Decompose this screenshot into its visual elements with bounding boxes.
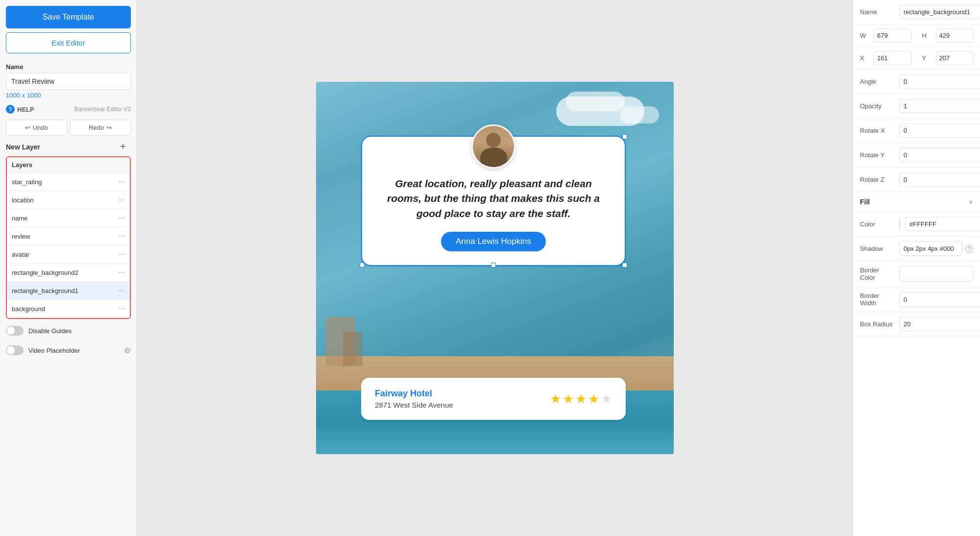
- prop-box-radius-input[interactable]: [899, 317, 980, 331]
- layer-options-rect-bg2[interactable]: ···: [119, 268, 125, 277]
- prop-border-width-label: Border Width: [860, 292, 894, 307]
- prop-color-input[interactable]: [905, 217, 980, 231]
- building-left2: [343, 332, 363, 366]
- fill-chevron-icon: ∨: [969, 198, 973, 205]
- prop-name-label: Name: [860, 8, 894, 16]
- disable-guides-label: Disable Guides: [28, 327, 72, 335]
- prop-opacity-label: Opacity: [860, 102, 894, 110]
- editor-version: Bannerbear Editor V3: [74, 106, 131, 113]
- canvas-container: Great location, really pleasant and clea…: [316, 82, 674, 454]
- layer-options-avatar[interactable]: ···: [119, 250, 125, 259]
- prop-shadow-input[interactable]: [899, 242, 962, 256]
- fill-section-header[interactable]: Fill ∨: [853, 192, 980, 212]
- layer-item-star-rating[interactable]: star_rating ···: [7, 173, 130, 191]
- hotel-card[interactable]: Fairway Hotel 2871 West Side Avenue ★ ★ …: [361, 378, 626, 420]
- prop-y-label: Y: [922, 54, 933, 62]
- prop-border-width-row: Border Width: [853, 287, 980, 312]
- fill-label: Fill: [860, 198, 870, 206]
- help-label: HELP: [17, 106, 34, 113]
- travel-background: Great location, really pleasant and clea…: [316, 82, 674, 454]
- star-5: ★: [601, 391, 612, 407]
- layer-options-star-rating[interactable]: ···: [119, 177, 125, 186]
- prop-x-input[interactable]: [874, 51, 911, 65]
- star-2: ★: [563, 391, 574, 407]
- selection-handle-top-right[interactable]: [622, 134, 627, 139]
- layer-item-location[interactable]: location ···: [7, 191, 130, 209]
- add-layer-icon[interactable]: +: [120, 142, 131, 152]
- layer-options-rect-bg1[interactable]: ···: [119, 286, 125, 295]
- shadow-help-icon[interactable]: ?: [965, 245, 973, 253]
- video-placeholder-settings-icon[interactable]: ⚙: [124, 346, 131, 355]
- disable-guides-row: Disable Guides: [6, 323, 131, 339]
- star-rating: ★ ★ ★ ★ ★: [550, 391, 612, 407]
- prop-rotate-x-row: Rotate X: [853, 119, 980, 143]
- review-card[interactable]: Great location, really pleasant and clea…: [361, 136, 626, 266]
- main-canvas: Great location, really pleasant and clea…: [137, 0, 853, 536]
- prop-h-input[interactable]: [936, 28, 974, 43]
- prop-name-input[interactable]: [899, 5, 980, 19]
- layer-item-background[interactable]: background ···: [7, 300, 130, 318]
- layer-name-star-rating: star_rating: [12, 178, 42, 186]
- help-button[interactable]: ? HELP: [6, 105, 34, 114]
- dimension-link[interactable]: 1000 x 1000: [6, 92, 131, 99]
- layer-item-rect-bg2[interactable]: rectangle_background2 ···: [7, 264, 130, 282]
- prop-color-row: Color: [853, 212, 980, 237]
- prop-border-color-row: Border Color: [853, 261, 980, 287]
- prop-rotate-y-input[interactable]: [899, 148, 980, 162]
- prop-opacity-input[interactable]: [899, 99, 980, 113]
- layer-name-rect-bg1: rectangle_background1: [12, 287, 78, 294]
- prop-shadow-row: Shadow ?: [853, 237, 980, 261]
- prop-xy-row: X Y: [853, 47, 980, 70]
- layer-item-rect-bg1[interactable]: rectangle_background1 ···: [7, 282, 130, 300]
- undo-redo-row: ↩ Undo Redo ↪: [6, 120, 131, 136]
- video-placeholder-toggle[interactable]: [6, 345, 24, 355]
- layer-item-avatar[interactable]: avatar ···: [7, 245, 130, 264]
- prop-rotate-z-input[interactable]: [899, 172, 980, 187]
- prop-w-input[interactable]: [874, 28, 911, 43]
- star-1: ★: [550, 391, 561, 407]
- reviewer-name-pill[interactable]: Anna Lewis Hopkins: [441, 232, 546, 251]
- prop-name-row: Name: [853, 0, 980, 24]
- layer-options-background[interactable]: ···: [119, 304, 125, 313]
- prop-angle-input[interactable]: [899, 74, 980, 89]
- selection-handle-bottom-left[interactable]: [360, 263, 365, 268]
- redo-button[interactable]: Redo ↪: [70, 120, 131, 136]
- layer-item-review[interactable]: review ···: [7, 227, 130, 245]
- prop-border-width-input[interactable]: [899, 292, 980, 307]
- prop-rotate-y-row: Rotate Y: [853, 143, 980, 168]
- exit-editor-button[interactable]: Exit Editor: [6, 32, 131, 53]
- new-layer-label: New Layer: [6, 143, 40, 151]
- prop-box-radius-row: Box Radius: [853, 312, 980, 337]
- star-3: ★: [575, 391, 587, 407]
- redo-label: Redo: [89, 124, 104, 131]
- hotel-address: 2871 West Side Avenue: [375, 401, 453, 409]
- save-template-button[interactable]: Save Template: [6, 6, 131, 28]
- undo-button[interactable]: ↩ Undo: [6, 120, 67, 136]
- layer-options-name[interactable]: ···: [119, 214, 125, 222]
- prop-color-label: Color: [860, 220, 894, 228]
- prop-h-label: H: [922, 32, 933, 39]
- prop-rotate-z-row: Rotate Z: [853, 168, 980, 192]
- undo-label: Undo: [33, 124, 48, 131]
- layer-item-name[interactable]: name ···: [7, 209, 130, 227]
- layer-name-review: review: [12, 233, 30, 240]
- template-name-input[interactable]: [6, 73, 131, 90]
- layer-options-review[interactable]: ···: [119, 232, 125, 241]
- selection-handle-bottom-right[interactable]: [622, 263, 627, 268]
- layer-name-name: name: [12, 215, 28, 222]
- prop-rotate-x-input[interactable]: [899, 123, 980, 138]
- hotel-info: Fairway Hotel 2871 West Side Avenue: [375, 389, 453, 409]
- name-label: Name: [6, 63, 131, 71]
- disable-guides-toggle[interactable]: [6, 326, 24, 336]
- prop-shadow-label: Shadow: [860, 245, 894, 252]
- prop-border-color-input[interactable]: [899, 266, 973, 282]
- layer-options-location[interactable]: ···: [119, 195, 125, 204]
- prop-y-input[interactable]: [936, 51, 974, 65]
- video-placeholder-label: Video Placeholder: [28, 347, 80, 354]
- layer-name-avatar: avatar: [12, 251, 29, 258]
- undo-arrow-icon: ↩: [25, 124, 30, 131]
- new-layer-row: New Layer +: [6, 142, 131, 152]
- selection-handle-mid-bottom[interactable]: [491, 263, 496, 268]
- prop-opacity-row: Opacity: [853, 94, 980, 119]
- color-swatch[interactable]: [899, 219, 900, 230]
